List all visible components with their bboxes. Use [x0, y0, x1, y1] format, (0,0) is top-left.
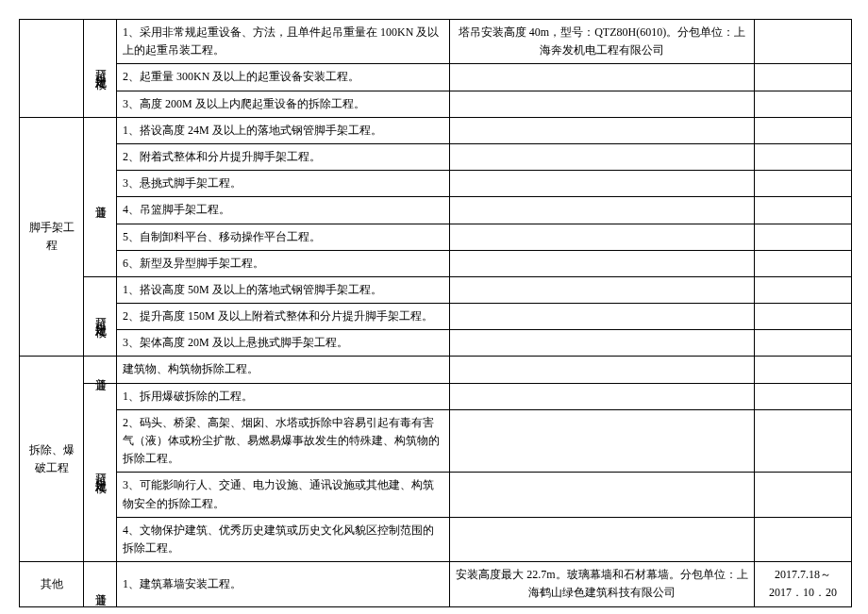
- note-cell: [450, 91, 755, 117]
- desc-cell: 3、可能影响行人、交通、电力设施、通讯设施或其他建、构筑物安全的拆除工程。: [117, 473, 450, 517]
- note-cell: [450, 117, 755, 143]
- desc-cell: 1、建筑幕墙安装工程。: [117, 562, 450, 606]
- table-row: 拆除、爆破工程 普通 建筑物、构筑物拆除工程。: [20, 357, 852, 383]
- subcategory-cell: 普通: [84, 117, 117, 276]
- date-cell: [755, 409, 852, 473]
- desc-cell: 建筑物、构筑物拆除工程。: [117, 357, 450, 383]
- table-row: 超过一定规模 1、采用非常规起重设备、方法，且单件起吊重量在 100KN 及以上…: [20, 20, 852, 64]
- desc-cell: 2、码头、桥梁、高架、烟囱、水塔或拆除中容易引起有毒有害气（液）体或粉尘扩散、易…: [117, 409, 450, 473]
- date-cell: [755, 224, 852, 250]
- note-cell: [450, 304, 755, 330]
- subcategory-cell: 普通: [84, 357, 117, 383]
- note-cell: [450, 143, 755, 170]
- date-cell: [755, 197, 852, 224]
- category-cell: 其他: [20, 562, 84, 606]
- table-row: 2、提升高度 150M 及以上附着式整体和分片提升脚手架工程。: [20, 304, 852, 330]
- desc-cell: 2、附着式整体和分片提升脚手架工程。: [117, 143, 450, 170]
- category-cell: [20, 20, 84, 118]
- table-row: 4、文物保护建筑、优秀历史建筑或历史文化风貌区控制范围的拆除工程。: [20, 517, 852, 561]
- table-row: 超过一定规模 1、搭设高度 50M 及以上的落地式钢管脚手架工程。: [20, 276, 852, 303]
- date-cell: [755, 171, 852, 197]
- table-row: 2、起重量 300KN 及以上的起重设备安装工程。: [20, 64, 852, 91]
- desc-cell: 1、搭设高度 24M 及以上的落地式钢管脚手架工程。: [117, 117, 450, 143]
- desc-cell: 5、自制卸料平台、移动操作平台工程。: [117, 224, 450, 250]
- sub-label: 超过一定规模: [91, 464, 108, 475]
- date-cell: [755, 250, 852, 276]
- date-cell: [755, 517, 852, 561]
- date-cell: [755, 473, 852, 517]
- table-row: 2、码头、桥梁、高架、烟囱、水塔或拆除中容易引起有毒有害气（液）体或粉尘扩散、易…: [20, 409, 852, 473]
- subcategory-cell: 普通: [84, 562, 117, 606]
- sub-label: 普通: [91, 369, 108, 373]
- table-row: 3、悬挑式脚手架工程。: [20, 171, 852, 197]
- spec-table: 超过一定规模 1、采用非常规起重设备、方法，且单件起吊重量在 100KN 及以上…: [19, 19, 852, 607]
- table-row: 6、新型及异型脚手架工程。: [20, 250, 852, 276]
- desc-cell: 2、起重量 300KN 及以上的起重设备安装工程。: [117, 64, 450, 91]
- date-cell: [755, 276, 852, 303]
- table-row: 4、吊篮脚手架工程。: [20, 197, 852, 224]
- date-cell: [755, 383, 852, 409]
- desc-cell: 1、采用非常规起重设备、方法，且单件起吊重量在 100KN 及以上的起重吊装工程…: [117, 20, 450, 64]
- note-cell: [450, 383, 755, 409]
- sub-label: 超过一定规模: [91, 308, 108, 320]
- table-row: 其他 普通 1、建筑幕墙安装工程。 安装高度最大 22.7m。玻璃幕墙和石材幕墙…: [20, 562, 852, 606]
- note-cell: 安装高度最大 22.7m。玻璃幕墙和石材幕墙。分包单位：上海鹤山绿色建筑科技有限…: [450, 562, 755, 606]
- date-cell: 2017.7.18～2017．10．20: [755, 562, 852, 606]
- note-cell: [450, 517, 755, 561]
- category-cell: 拆除、爆破工程: [20, 357, 84, 562]
- desc-cell: 3、架体高度 20M 及以上悬挑式脚手架工程。: [117, 330, 450, 357]
- table-row: 5、自制卸料平台、移动操作平台工程。: [20, 224, 852, 250]
- desc-cell: 4、文物保护建筑、优秀历史建筑或历史文化风貌区控制范围的拆除工程。: [117, 517, 450, 561]
- note-cell: [450, 224, 755, 250]
- table-row: 2、附着式整体和分片提升脚手架工程。: [20, 143, 852, 170]
- date-cell: [755, 143, 852, 170]
- note-cell: [450, 330, 755, 357]
- date-cell: [755, 357, 852, 383]
- table-row: 超过一定规模 1、拆用爆破拆除的工程。: [20, 383, 852, 409]
- table-row: 3、可能影响行人、交通、电力设施、通讯设施或其他建、构筑物安全的拆除工程。: [20, 473, 852, 517]
- desc-cell: 3、悬挑式脚手架工程。: [117, 171, 450, 197]
- note-cell: [450, 250, 755, 276]
- sub-label: 普通: [91, 584, 108, 588]
- sub-label: 超过一定规模: [91, 60, 108, 72]
- subcategory-cell: 超过一定规模: [84, 276, 117, 357]
- note-cell: [450, 409, 755, 473]
- table-row: 3、架体高度 20M 及以上悬挑式脚手架工程。: [20, 330, 852, 357]
- note-cell: [450, 171, 755, 197]
- desc-cell: 4、吊篮脚手架工程。: [117, 197, 450, 224]
- subcategory-cell: 超过一定规模: [84, 20, 117, 118]
- table-row: 3、高度 200M 及以上内爬起重设备的拆除工程。: [20, 91, 852, 117]
- date-cell: [755, 330, 852, 357]
- category-cell: 脚手架工程: [20, 117, 84, 357]
- date-cell: [755, 20, 852, 64]
- desc-cell: 3、高度 200M 及以上内爬起重设备的拆除工程。: [117, 91, 450, 117]
- note-cell: [450, 64, 755, 91]
- desc-cell: 6、新型及异型脚手架工程。: [117, 250, 450, 276]
- date-cell: [755, 117, 852, 143]
- date-cell: [755, 304, 852, 330]
- date-cell: [755, 64, 852, 91]
- note-cell: [450, 473, 755, 517]
- note-cell: [450, 276, 755, 303]
- note-cell: [450, 197, 755, 224]
- note-cell: [450, 357, 755, 383]
- desc-cell: 1、搭设高度 50M 及以上的落地式钢管脚手架工程。: [117, 276, 450, 303]
- subcategory-cell: 超过一定规模: [84, 383, 117, 562]
- sub-label: 普通: [91, 196, 108, 200]
- desc-cell: 2、提升高度 150M 及以上附着式整体和分片提升脚手架工程。: [117, 304, 450, 330]
- desc-cell: 1、拆用爆破拆除的工程。: [117, 383, 450, 409]
- table-row: 脚手架工程 普通 1、搭设高度 24M 及以上的落地式钢管脚手架工程。: [20, 117, 852, 143]
- date-cell: [755, 91, 852, 117]
- note-cell: 塔吊安装高度 40m，型号：QTZ80H(6010)。分包单位：上海奔发机电工程…: [450, 20, 755, 64]
